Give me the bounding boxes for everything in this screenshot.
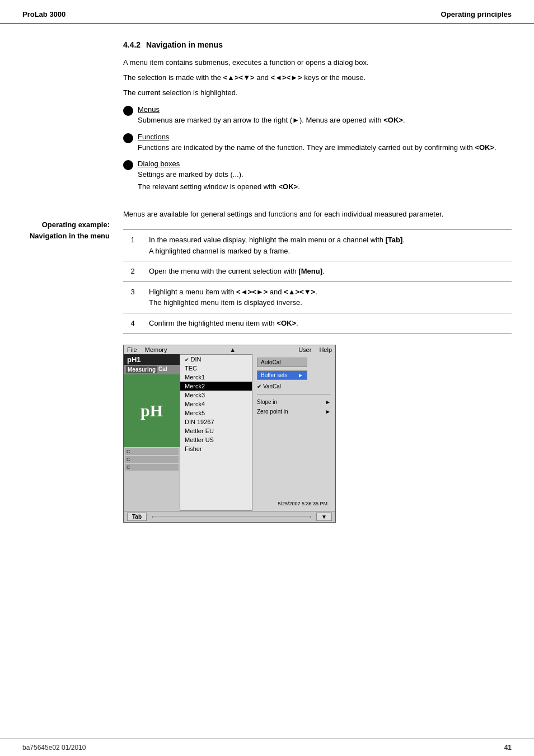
step-num-1: 1 <box>123 230 143 261</box>
sim-zeropointin-row: Zero point in ► <box>257 408 331 415</box>
operating-example-label: Operating example: Navigation in the men… <box>22 219 110 241</box>
sim-left-row-3: C <box>125 464 179 471</box>
bullet-dot-dialogboxes <box>123 160 133 170</box>
sim-slopein-row: Slope in ► <box>257 399 331 405</box>
bullet-content-functions: Functions Functions are indicated by the… <box>138 133 512 153</box>
sim-left-row-1: C <box>125 448 179 455</box>
sim-ph-big: pH <box>124 374 180 447</box>
left-column: Operating example: Navigation in the men… <box>22 40 123 722</box>
sim-menu-memory: Memory <box>145 346 167 353</box>
sim-varical-label: VariCal <box>263 383 281 389</box>
bullet-item-dialogboxes: Dialog boxes Settings are marked by dots… <box>123 159 512 192</box>
page-number: 41 <box>504 744 512 752</box>
sim-right-buffersets-btn[interactable]: Buffer sets ► <box>257 370 307 380</box>
sim-menubar: File Memory ▲ User Help <box>124 345 335 354</box>
sim-timestamp: 5/25/2007 5:36:35 PM <box>257 500 331 508</box>
sim-dropdown-din19267: DIN 19267 <box>180 417 252 426</box>
sim-slopein-label: Slope in <box>257 399 277 405</box>
sim-zeropointin-arrow: ► <box>325 408 331 415</box>
sim-dropdown-mettlereu: Mettler EU <box>180 426 252 435</box>
sim-dropdown-merck1: Merck1 <box>180 373 252 382</box>
sim-tab-button[interactable]: Tab <box>127 513 147 521</box>
bullet-item-menus: Menus Submenus are marked by an arrow to… <box>123 105 512 126</box>
step-num-4: 4 <box>123 313 143 334</box>
sim-left-panel: pH1 Measuring Cal pH C C C <box>124 354 180 511</box>
step-row-3: 3 Highlight a menu item with <◄><►> and … <box>123 281 512 313</box>
bullet-desc-dialogboxes-1: Settings are marked by dots (...). <box>138 169 512 180</box>
sim-menu-user: User <box>298 346 311 353</box>
section-title: 4.4.2 Navigation in menus <box>123 40 512 49</box>
operating-desc: Menus are available for general settings… <box>123 209 512 220</box>
sim-dropdown-merck3: Merck3 <box>180 391 252 400</box>
sim-dropdown-mettlerus: Mettler US <box>180 435 252 444</box>
page: ProLab 3000 Operating principles Operati… <box>0 0 534 756</box>
bullet-content-dialogboxes: Dialog boxes Settings are marked by dots… <box>138 159 512 192</box>
sim-slopein-arrow: ► <box>325 399 331 405</box>
bullet-list: Menus Submenus are marked by an arrow to… <box>123 105 512 192</box>
sim-dropdown-din: DIN <box>180 355 252 364</box>
bullet-label-dialogboxes: Dialog boxes <box>138 159 180 168</box>
sim-varical-check: ✔ VariCal <box>257 383 331 389</box>
sim-right-autocal-btn[interactable]: AutoCal <box>257 358 307 367</box>
bullet-desc-functions: Functions are indicated by the name of t… <box>138 142 512 153</box>
sim-cal-tab-label: Cal <box>158 366 167 373</box>
sim-buffersets-arrow: ► <box>298 372 303 378</box>
sim-dropdown-fisher: Fisher <box>180 444 252 453</box>
sim-right-panel: AutoCal Buffer sets ► ✔ VariCal <box>252 354 335 511</box>
sim-dropdown: DIN TEC Merck1 Merck2 Merck3 Merck4 Merc… <box>180 354 252 511</box>
sim-tab-row: Measuring Cal <box>124 365 180 374</box>
step-text-1: In the measured value display, highlight… <box>143 230 512 261</box>
intro-para-2: The selection is made with the <▲><▼> an… <box>123 72 512 84</box>
sim-divider-1 <box>257 394 331 395</box>
step-num-2: 2 <box>123 261 143 282</box>
step-row-2: 2 Open the menu with the current selecti… <box>123 261 512 282</box>
sim-varical-checkmark: ✔ <box>257 383 261 389</box>
step-row-4: 4 Confirm the highlighted menu item with… <box>123 313 512 334</box>
header-left: ProLab 3000 <box>22 10 65 18</box>
bullet-content-menus: Menus Submenus are marked by an arrow to… <box>138 105 512 126</box>
sim-menu-help: Help <box>319 346 332 353</box>
sim-tab-spacer <box>152 516 311 518</box>
sim-left-row-2: C <box>125 456 179 463</box>
right-column: 4.4.2 Navigation in menus A menu item co… <box>123 40 512 722</box>
sim-menu-arrow-up: ▲ <box>175 346 291 353</box>
step-text-3: Highlight a menu item with <◄><►> and <▲… <box>143 281 512 313</box>
step-num-3: 3 <box>123 281 143 313</box>
page-header: ProLab 3000 Operating principles <box>0 0 534 24</box>
intro-para-1: A menu item contains submenus, executes … <box>123 57 512 69</box>
sim-dropdown-merck4: Merck4 <box>180 400 252 408</box>
sim-screenshot: File Memory ▲ User Help pH1 Measuring Ca… <box>123 345 336 523</box>
sim-ph1-label: pH1 <box>124 354 180 365</box>
bullet-desc-dialogboxes-2: The relevant setting window is opened wi… <box>138 181 512 192</box>
bullet-dot-menus <box>123 106 133 116</box>
content-area: Operating example: Navigation in the men… <box>0 24 534 739</box>
steps-table: 1 In the measured value display, highlig… <box>123 229 512 334</box>
bullet-item-functions: Functions Functions are indicated by the… <box>123 133 512 153</box>
sim-buffersets-label: Buffer sets <box>261 372 288 378</box>
sim-right-spacer <box>257 418 331 496</box>
sim-menu-file: File <box>127 346 137 353</box>
sim-bottom-arrow-down: ▼ <box>316 513 332 521</box>
sim-inner: pH1 Measuring Cal pH C C C <box>124 354 335 511</box>
bullet-label-menus: Menus <box>138 105 160 114</box>
bullet-dot-functions <box>123 133 133 143</box>
sim-dropdown-merck2: Merck2 <box>180 382 252 391</box>
intro-para-3: The current selection is highlighted. <box>123 87 512 99</box>
bullet-label-functions: Functions <box>138 133 169 141</box>
sim-tab-bar: Tab ▼ <box>124 511 335 522</box>
step-text-2: Open the menu with the current selection… <box>143 261 512 282</box>
step-text-4: Confirm the highlighted menu item with <… <box>143 313 512 334</box>
sim-dropdown-tec: TEC <box>180 364 252 373</box>
operating-section: Menus are available for general settings… <box>123 209 512 523</box>
sim-dropdown-merck5: Merck5 <box>180 408 252 417</box>
bullet-desc-menus: Submenus are marked by an arrow to the r… <box>138 115 512 126</box>
header-right: Operating principles <box>441 10 512 18</box>
page-footer: ba75645e02 01/2010 41 <box>0 739 534 756</box>
sim-measuring-tab-label: Measuring <box>126 366 157 373</box>
sim-left-bottom: C C C <box>124 447 180 511</box>
footer-left: ba75645e02 01/2010 <box>22 744 86 752</box>
step-row-1: 1 In the measured value display, highlig… <box>123 230 512 261</box>
sim-zeropointin-label: Zero point in <box>257 408 288 415</box>
